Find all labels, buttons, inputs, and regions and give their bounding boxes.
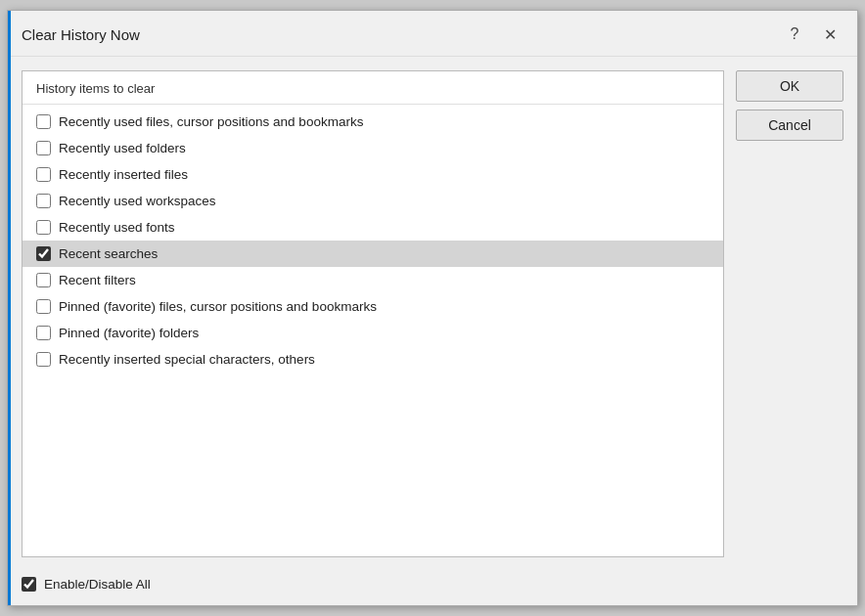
list-item-label: Recently inserted files — [59, 167, 188, 182]
list-item-checkbox-5[interactable] — [36, 246, 51, 261]
list-item-checkbox-7[interactable] — [36, 299, 51, 314]
list-item-checkbox-0[interactable] — [36, 114, 51, 129]
list-item[interactable]: Recently used files, cursor positions an… — [23, 109, 723, 135]
dialog-title: Clear History Now — [22, 26, 140, 43]
list-item[interactable]: Recently used fonts — [23, 214, 723, 241]
list-header: History items to clear — [23, 71, 723, 105]
list-item-checkbox-9[interactable] — [36, 352, 51, 367]
accent-bar — [8, 11, 11, 605]
list-scroll-area[interactable]: Recently used files, cursor positions an… — [23, 105, 723, 556]
dialog-footer: Enable/Disable All — [8, 567, 857, 605]
list-item-label: Recent filters — [59, 273, 136, 287]
list-item-label: Recently inserted special characters, ot… — [59, 352, 315, 367]
list-item[interactable]: Recent filters — [23, 267, 723, 293]
list-item-label: Recently used files, cursor positions an… — [59, 114, 363, 129]
list-item-label: Recently used fonts — [59, 220, 175, 235]
list-item-checkbox-2[interactable] — [36, 167, 51, 182]
list-item-label: Recently used folders — [59, 141, 186, 155]
button-panel: OK Cancel — [736, 70, 843, 557]
ok-button[interactable]: OK — [736, 70, 843, 102]
list-item-label: Pinned (favorite) folders — [59, 326, 199, 340]
list-item-checkbox-4[interactable] — [36, 220, 51, 235]
list-item-checkbox-1[interactable] — [36, 141, 51, 155]
list-item-checkbox-6[interactable] — [36, 273, 51, 287]
list-item-label: Recent searches — [59, 246, 158, 261]
list-item-checkbox-8[interactable] — [36, 326, 51, 340]
enable-disable-all-checkbox[interactable] — [22, 577, 36, 592]
list-item[interactable]: Recently used workspaces — [23, 188, 723, 214]
list-item-label: Pinned (favorite) files, cursor position… — [59, 299, 377, 314]
title-bar: Clear History Now ? ✕ — [8, 11, 857, 57]
dialog-body: History items to clear Recently used fil… — [8, 57, 857, 567]
dialog-clear-history: Clear History Now ? ✕ History items to c… — [7, 10, 858, 606]
close-button[interactable]: ✕ — [816, 21, 843, 48]
cancel-button[interactable]: Cancel — [736, 110, 843, 141]
list-item[interactable]: Pinned (favorite) files, cursor position… — [23, 293, 723, 320]
list-item[interactable]: Pinned (favorite) folders — [23, 320, 723, 346]
list-item[interactable]: Recent searches — [23, 241, 723, 267]
list-item[interactable]: Recently inserted files — [23, 161, 723, 188]
list-item[interactable]: Recently inserted special characters, ot… — [23, 346, 723, 373]
history-list-panel: History items to clear Recently used fil… — [22, 70, 724, 557]
list-item-checkbox-3[interactable] — [36, 194, 51, 208]
title-bar-buttons: ? ✕ — [781, 21, 843, 48]
list-item[interactable]: Recently used folders — [23, 135, 723, 161]
enable-disable-all-label[interactable]: Enable/Disable All — [44, 577, 151, 592]
help-button[interactable]: ? — [781, 21, 808, 48]
list-item-label: Recently used workspaces — [59, 194, 216, 208]
